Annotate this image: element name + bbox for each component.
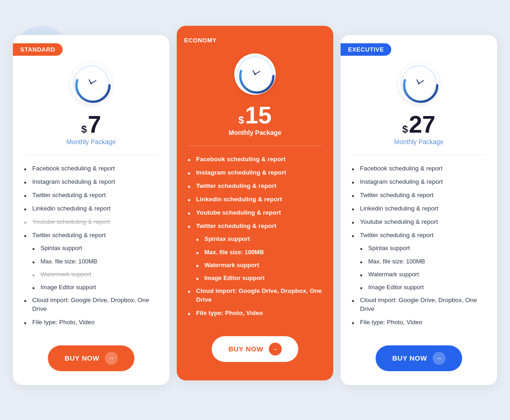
- badge-standard: STANDARD: [13, 43, 63, 56]
- price-amount-economy: 15: [245, 103, 272, 127]
- feature-item-executive-5: Twitter scheduling & report: [352, 231, 486, 240]
- feature-item-standard-6: Spintax support: [24, 244, 158, 252]
- buy-button-arrow-economy: →: [269, 343, 282, 356]
- feature-item-standard-2: Twitter scheduling & report: [24, 191, 158, 200]
- feature-item-economy-11: File type: Photo, Video: [188, 309, 322, 318]
- feature-item-economy-10: Cloud import: Google Drive, Dropbox, One…: [188, 287, 322, 304]
- feature-item-economy-6: Spintax support: [188, 235, 322, 243]
- badge-executive: EXECUTIVE: [341, 43, 391, 56]
- clock-icon-economy: [234, 53, 276, 95]
- feature-item-executive-2: Twitter scheduling & report: [352, 191, 486, 200]
- feature-item-economy-5: Twitter scheduling & report: [188, 222, 322, 231]
- feature-item-standard-3: Linkedin scheduling & report: [24, 204, 158, 213]
- buy-button-label-executive: BUY NOW: [392, 354, 427, 362]
- price-label-executive: Monthly Package: [394, 138, 443, 146]
- feature-item-standard-9: Image Editor support: [24, 283, 158, 292]
- buy-button-label-economy: BUY NOW: [228, 345, 263, 353]
- buy-button-standard[interactable]: BUY NOW→: [48, 345, 134, 371]
- feature-item-executive-6: Spintax support: [352, 244, 486, 252]
- feature-item-executive-7: Max. file size: 100MB: [352, 257, 486, 266]
- feature-item-standard-8: Watermark support: [24, 270, 158, 279]
- feature-item-executive-1: Instagram scheduling & report: [352, 178, 486, 187]
- feature-item-economy-8: Watermark support: [188, 261, 322, 269]
- price-amount-standard: 7: [88, 112, 101, 136]
- clock-icon-executive: [398, 63, 440, 104]
- price-block-executive: $27: [402, 112, 435, 136]
- buy-button-arrow-executive: →: [433, 352, 446, 365]
- pricing-card-economy: ECONOMY$15Monthly PackageFacebook schedu…: [177, 26, 333, 380]
- pricing-section: STANDARD$7Monthly PackageFacebook schedu…: [5, 35, 505, 385]
- feature-item-standard-0: Facebook scheduling & report: [24, 164, 158, 173]
- feature-item-executive-11: File type: Photo, Video: [352, 318, 486, 327]
- buy-button-label-standard: BUY NOW: [64, 354, 99, 362]
- feature-item-economy-1: Instagram scheduling & report: [188, 169, 322, 177]
- feature-item-standard-1: Instagram scheduling & report: [24, 178, 158, 187]
- feature-item-executive-9: Image Editor support: [352, 283, 486, 292]
- divider-executive: [353, 155, 486, 155]
- clock-icon-standard: [70, 63, 112, 104]
- price-dollar-standard: $: [81, 123, 87, 135]
- feature-item-standard-5: Twitter scheduling & report: [24, 231, 158, 240]
- price-dollar-economy: $: [238, 114, 244, 126]
- pricing-card-standard: STANDARD$7Monthly PackageFacebook schedu…: [13, 35, 169, 385]
- feature-item-economy-0: Facebook scheduling & report: [188, 155, 322, 164]
- features-list-executive: Facebook scheduling & reportInstagram sc…: [341, 164, 497, 341]
- pricing-card-executive: EXECUTIVE$27Monthly PackageFacebook sche…: [341, 35, 497, 385]
- price-label-standard: Monthly Package: [66, 138, 116, 146]
- feature-item-economy-9: Image Editor support: [188, 274, 322, 282]
- feature-item-standard-7: Max. file size: 100MB: [24, 257, 158, 266]
- price-dollar-executive: $: [402, 123, 408, 135]
- feature-item-executive-4: Youtube scheduling & report: [352, 218, 486, 227]
- feature-item-executive-3: Linkedin scheduling & report: [352, 204, 486, 213]
- feature-item-economy-3: Linkedin scheduling & report: [188, 195, 322, 204]
- price-block-economy: $15: [238, 103, 272, 127]
- features-list-economy: Facebook scheduling & reportInstagram sc…: [177, 155, 333, 332]
- feature-item-executive-10: Cloud import: Google Drive, Dropbox, One…: [352, 296, 486, 314]
- feature-item-standard-10: Cloud import: Google Drive, Dropbox, One…: [24, 296, 158, 314]
- features-list-standard: Facebook scheduling & reportInstagram sc…: [13, 164, 169, 341]
- feature-item-standard-11: File type: Photo, Video: [24, 318, 158, 327]
- feature-item-economy-2: Twitter scheduling & report: [188, 182, 322, 191]
- buy-button-economy[interactable]: BUY NOW→: [212, 336, 298, 362]
- divider-economy: [189, 146, 322, 146]
- buy-button-executive[interactable]: BUY NOW→: [376, 345, 462, 371]
- price-amount-executive: 27: [409, 112, 435, 136]
- price-label-economy: Monthly Package: [229, 129, 281, 136]
- feature-item-economy-7: Max. file size: 100MB: [188, 248, 322, 257]
- divider-standard: [25, 155, 158, 155]
- feature-item-executive-0: Facebook scheduling & report: [352, 164, 486, 173]
- buy-button-arrow-standard: →: [105, 352, 118, 365]
- feature-item-standard-4: Youtube scheduling & report: [24, 218, 158, 227]
- price-block-standard: $7: [81, 112, 101, 136]
- feature-item-executive-8: Watermark support: [352, 270, 486, 279]
- feature-item-economy-4: Youtube scheduling & report: [188, 209, 322, 217]
- badge-economy: ECONOMY: [177, 34, 224, 47]
